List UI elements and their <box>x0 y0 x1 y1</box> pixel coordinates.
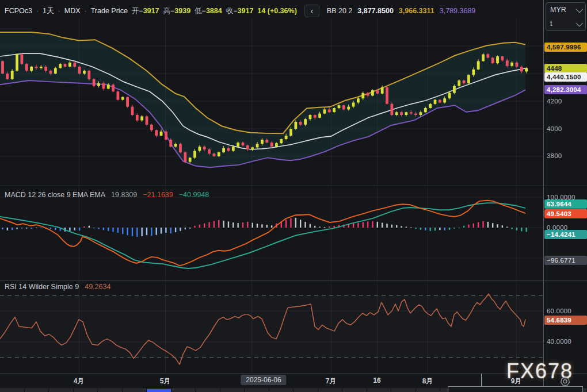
strip-segment[interactable] <box>294 389 318 392</box>
candle <box>40 67 43 68</box>
candle <box>467 75 470 83</box>
macd-histogram-bar <box>473 224 474 228</box>
candle <box>218 152 220 156</box>
candle <box>112 84 115 91</box>
change-value: 14 (+0.36%) <box>257 7 296 15</box>
candle <box>453 86 456 93</box>
candle <box>520 67 523 71</box>
time-tick-label: 8月 <box>422 376 433 386</box>
candle <box>222 148 225 152</box>
bb-legend: BB 20 2 3,877.8500 3,966.3311 3,789.3689 <box>327 7 475 15</box>
macd-histogram-bar <box>170 228 171 233</box>
strip-segment[interactable] <box>220 389 245 392</box>
rsi-value: 49.2634 <box>85 283 110 291</box>
strip-segment[interactable] <box>171 389 196 392</box>
unit-dropdown[interactable]: t <box>546 17 585 30</box>
candle <box>304 119 307 125</box>
macd-legend-row: MACD 12 26 close 9 EMA EMA 19.8309 −21.1… <box>5 190 209 199</box>
macd-histogram-bar <box>208 222 209 228</box>
candle <box>386 87 388 104</box>
bb-label[interactable]: BB 20 2 <box>327 7 352 15</box>
time-tick-label: 4月 <box>74 376 85 386</box>
time-tick-label: 16 <box>373 376 380 385</box>
macd-hist-value: 19.8309 <box>111 191 137 199</box>
strip-segment[interactable] <box>196 389 220 392</box>
macd-histogram-bar <box>449 228 450 230</box>
scrollbar-track[interactable] <box>448 386 583 392</box>
currency-unit-selector: MYR t <box>546 2 586 31</box>
candle <box>150 125 153 130</box>
candle <box>49 71 52 74</box>
candle <box>261 140 264 144</box>
bb-basis-value: 3,877.8500 <box>357 7 394 15</box>
rsi-label[interactable]: RSI 14 Wilder Simple 9 <box>5 283 79 291</box>
candle <box>117 91 120 99</box>
macd-histogram-bar <box>136 228 138 237</box>
strip-segment[interactable] <box>123 389 147 392</box>
legend-row: FCPOc3 · 1天 · MDX · Trade Price 开=3917 高… <box>5 6 475 16</box>
strip-segment[interactable] <box>269 389 294 392</box>
macd-histogram-bar <box>372 221 373 228</box>
price-axis[interactable]: 4,597.999644484,440.15004,282.3004420040… <box>544 0 587 374</box>
candle <box>410 112 413 113</box>
macd-histogram-bar <box>304 222 306 228</box>
strip-segment[interactable] <box>318 389 343 392</box>
macd-histogram-bar <box>487 222 489 228</box>
strip-segment[interactable] <box>342 389 367 392</box>
macd-histogram-bar <box>2 228 3 229</box>
series-type-label: Trade Price <box>91 7 128 15</box>
macd-histogram-bar <box>459 228 460 228</box>
close-value: 收=3917 <box>226 6 254 16</box>
candle <box>203 147 206 149</box>
candle <box>285 136 288 139</box>
macd-histogram-bar <box>377 222 378 228</box>
candle <box>136 115 139 121</box>
candle <box>140 116 143 120</box>
strip-segment[interactable] <box>391 389 416 392</box>
trading-chart-app: FCPOc3 · 1天 · MDX · Trade Price 开=3917 高… <box>0 0 587 392</box>
macd-histogram-bar <box>478 222 479 228</box>
macd-signal-value: −40.9948 <box>179 191 209 199</box>
candle <box>73 63 76 67</box>
candle <box>525 68 528 71</box>
candle <box>256 144 259 147</box>
currency-dropdown[interactable]: MYR <box>546 3 585 17</box>
candle <box>424 108 427 112</box>
collapse-legend-button[interactable]: ‹ <box>304 5 319 17</box>
macd-histogram-bar <box>146 228 147 235</box>
macd-histogram-bar <box>463 226 464 228</box>
strip-segment[interactable] <box>74 389 98 392</box>
candle <box>448 93 451 99</box>
strip-segment[interactable] <box>25 389 49 392</box>
macd-histogram-bar <box>353 224 354 228</box>
macd-histogram-bar <box>329 226 330 228</box>
candle <box>347 107 350 110</box>
strip-segment[interactable] <box>49 389 74 392</box>
strip-segment[interactable] <box>245 389 269 392</box>
macd-histogram-bar <box>199 225 200 228</box>
interval-label[interactable]: 1天 <box>43 6 54 16</box>
macd-histogram-bar <box>516 228 517 230</box>
exchange-label[interactable]: MDX <box>64 7 81 15</box>
candle <box>102 83 105 89</box>
macd-label[interactable]: MACD 12 26 close 9 EMA EMA <box>5 191 105 199</box>
price-badge: 4,282.3004 <box>544 85 587 94</box>
symbol-title[interactable]: FCPOc3 <box>5 7 32 15</box>
strip-segment[interactable] <box>98 389 123 392</box>
strip-segment[interactable] <box>147 389 171 392</box>
candle <box>160 132 163 136</box>
strip-segment[interactable] <box>416 389 441 392</box>
clock-icon[interactable] <box>559 376 571 387</box>
strip-segment[interactable] <box>0 389 25 392</box>
candle <box>333 108 336 112</box>
macd-histogram-bar <box>214 221 215 228</box>
strip-segment[interactable] <box>367 389 392 392</box>
macd-histogram-bar <box>367 221 368 228</box>
candle <box>506 60 509 66</box>
price-badge: 4,597.9996 <box>544 43 587 52</box>
price-badge: −96.6771 <box>544 256 587 265</box>
candle <box>443 98 446 102</box>
candle <box>338 105 341 108</box>
macd-histogram-bar <box>83 226 85 228</box>
macd-histogram-bar <box>12 228 13 230</box>
